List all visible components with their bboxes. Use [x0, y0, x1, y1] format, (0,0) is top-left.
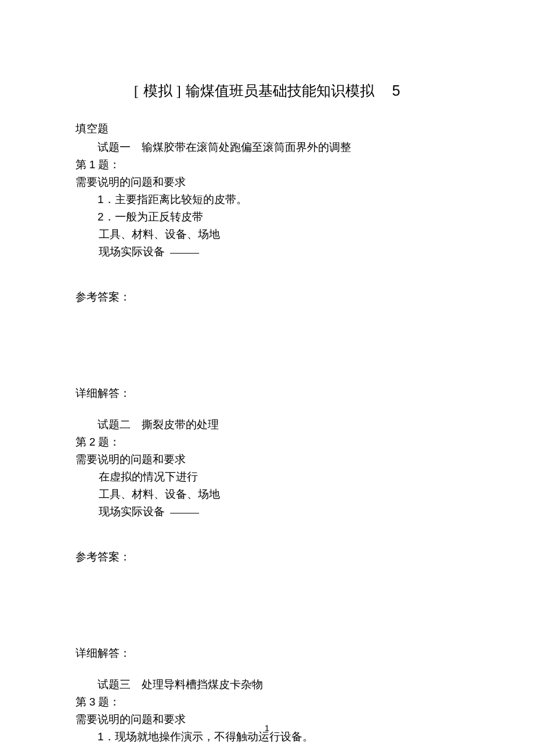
document-title: [ 模拟 ] 输煤值班员基础技能知识模拟 5: [75, 81, 459, 100]
q2-req-heading: 需要说明的问题和要求: [75, 452, 459, 467]
q3-number-suffix: 题：: [98, 696, 120, 708]
title-main: 输煤值班员基础技能知识模拟: [186, 83, 374, 99]
q1-number: 第 1 题：: [75, 157, 459, 172]
q1-answer-label: 参考答案：: [75, 290, 459, 305]
q1-device-text: 现场实际设备: [99, 245, 165, 258]
q1-number-prefix: 第: [75, 158, 86, 171]
q2-tools-line: 工具、材料、设备、场地: [99, 487, 459, 502]
title-bracket-close: ]: [176, 83, 182, 99]
q3-block: 试题三 处理导料槽挡煤皮卡杂物 第 3 题： 需要说明的问题和要求 1．现场就地…: [75, 677, 459, 744]
q3-number-prefix: 第: [75, 696, 86, 708]
q2-number-suffix: 题：: [98, 436, 120, 448]
q1-item1-num: 1: [98, 193, 104, 205]
q1-detail-label: 详细解答：: [75, 386, 459, 401]
q1-item2-num: 2: [98, 211, 104, 223]
q1-number-suffix: 题：: [98, 158, 120, 171]
q3-subtitle: 试题三 处理导料槽挡煤皮卡杂物: [98, 677, 459, 692]
q1-subtitle: 试题一 输煤胶带在滚筒处跑偏至滚筒面界外的调整: [98, 140, 459, 155]
q1-item2-text: ．一般为正反转皮带: [104, 211, 203, 223]
q2-subtitle: 试题二 撕裂皮带的处理: [98, 417, 459, 432]
q1-tools-line: 工具、材料、设备、场地: [99, 227, 459, 242]
q1-device-line: 现场实际设备: [99, 244, 459, 259]
title-number: 5: [392, 82, 400, 99]
q2-device-text: 现场实际设备: [99, 505, 165, 518]
page-number: 1: [0, 723, 534, 733]
q2-answer-label: 参考答案：: [75, 549, 459, 565]
q2-blank-field[interactable]: [170, 513, 199, 513]
q2-virtual-line: 在虚拟的情况下进行: [99, 469, 459, 484]
q1-number-value: 1: [89, 158, 96, 171]
q1-item2: 2．一般为正反转皮带: [98, 209, 459, 225]
q2-block: 试题二 撕裂皮带的处理 第 2 题： 需要说明的问题和要求 在虚拟的情况下进行 …: [75, 417, 459, 661]
q3-number-value: 3: [89, 696, 96, 708]
q1-item1: 1．主要指距离比较短的皮带。: [98, 192, 459, 207]
q1-req-heading: 需要说明的问题和要求: [75, 175, 459, 190]
title-bracket-open: [: [134, 83, 140, 99]
q1-item1-text: ．主要指距离比较短的皮带。: [104, 193, 247, 205]
q2-number-prefix: 第: [75, 436, 86, 448]
q2-number: 第 2 题：: [75, 435, 459, 450]
title-label: 模拟: [143, 83, 172, 99]
q2-device-line: 现场实际设备: [99, 504, 459, 519]
document-page: [ 模拟 ] 输煤值班员基础技能知识模拟 5 填空题 试题一 输煤胶带在滚筒处跑…: [0, 0, 534, 756]
section-heading: 填空题: [75, 121, 459, 136]
q1-blank-field[interactable]: [170, 253, 199, 254]
q3-number: 第 3 题：: [75, 694, 459, 710]
q2-number-value: 2: [89, 436, 96, 448]
q2-detail-label: 详细解答：: [75, 646, 459, 661]
